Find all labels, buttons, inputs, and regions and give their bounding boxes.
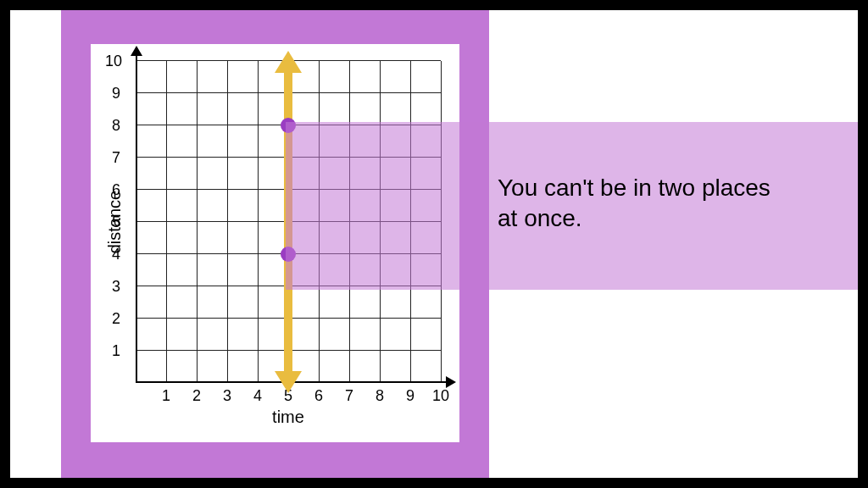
callout-text: You can't be in two places at once. bbox=[498, 173, 794, 235]
x-tick-1: 1 bbox=[162, 387, 170, 405]
y-tick-10: 10 bbox=[105, 53, 122, 70]
y-axis-arrow-icon bbox=[131, 46, 142, 56]
y-tick-8: 8 bbox=[112, 117, 120, 135]
line-arrow-up-icon bbox=[275, 51, 302, 73]
x-tick-8: 8 bbox=[376, 387, 384, 405]
y-tick-2: 2 bbox=[112, 310, 120, 328]
x-axis-label: time bbox=[272, 408, 304, 427]
y-tick-1: 1 bbox=[112, 342, 120, 360]
x-tick-10: 10 bbox=[432, 387, 449, 405]
y-axis-label: distance bbox=[105, 191, 125, 254]
y-tick-7: 7 bbox=[112, 149, 120, 167]
line-arrow-down-icon bbox=[275, 371, 302, 393]
y-tick-9: 9 bbox=[112, 85, 120, 103]
x-tick-4: 4 bbox=[253, 387, 262, 405]
x-tick-2: 2 bbox=[192, 387, 201, 405]
x-tick-3: 3 bbox=[223, 387, 231, 405]
x-tick-9: 9 bbox=[406, 387, 415, 405]
x-tick-6: 6 bbox=[314, 387, 323, 405]
y-tick-3: 3 bbox=[112, 278, 120, 296]
x-tick-7: 7 bbox=[345, 387, 353, 405]
x-axis-arrow-icon bbox=[446, 376, 456, 388]
y-axis bbox=[136, 53, 137, 383]
